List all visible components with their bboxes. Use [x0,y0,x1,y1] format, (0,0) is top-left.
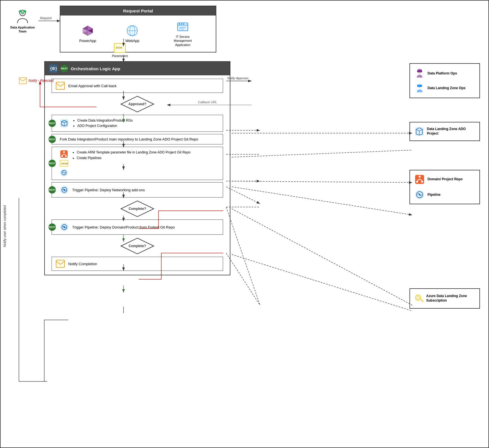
azure-devops-icon-1 [60,119,69,128]
data-landing-zone-ops-item: Data Landing Zone Ops [415,82,475,94]
approved-diamond-container: Approved? [45,96,230,113]
trigger-domain-content: Trigger Pipeline: Deploy Domain/Product … [60,223,219,232]
create-rgs-box: REST Create Data Integration/Product RGs… [52,115,223,132]
bullet-create-rgs-1: Create Data Integration/Product RGs [77,118,133,123]
portal-webapp: WebApp [125,25,140,43]
svg-rect-82 [19,78,27,84]
fork-repo-label: Fork Data Integration/Product main repos… [60,137,198,141]
trigger-networking-box: REST Trigger Pipeline: Deploy Networking… [52,182,223,197]
svg-point-49 [179,23,180,25]
complete-diamond-1-container: Complete? [45,200,230,217]
svg-text:Notify Approver: Notify Approver [227,76,249,80]
orchestration-title: Orchestration Logic App [71,66,120,71]
data-app-team: Data Application Team [8,8,37,34]
svg-point-32 [22,12,23,14]
data-platform-ops-text: Data Platform Ops [428,71,457,75]
data-app-team-label: Data Application Team [8,25,37,34]
right-repo-pipeline-box: Domain/ Project Repo Pipeline [409,170,480,204]
complete-diamond-2: Complete? [120,238,154,254]
create-arm-content: JSON Create ARM Template parameter file … [60,150,219,177]
fork-repo-content: Fork Data Integration/Product main repos… [60,137,219,141]
ado-project-icon [415,126,424,137]
notify-rejected-label: Notify - Rejected [28,79,54,83]
create-arm-box: REST JSON [52,147,223,180]
data-landing-zone-ops-label: Data Landing Zone Ops [428,86,466,90]
bullet-arm-1: Create ARM Template parameter file in La… [77,150,190,155]
request-portal: Request Portal PowerApp [60,6,216,52]
svg-text:Complete?: Complete? [129,244,146,248]
key-yellow-icon [415,293,423,304]
svg-point-64 [61,155,63,157]
right-ado-box: Data Landing Zone ADO Project [409,122,480,141]
complete-diamond-2-shape: Complete? [120,238,154,254]
parameters-box: JSON Parameters [112,43,128,58]
right-subscription-box: Azure Data Landing Zone Subscription [409,288,480,309]
notify-completion-label: Notify Completion [68,262,97,266]
svg-point-46 [127,26,137,36]
webapp-icon [126,25,138,37]
trigger-networking-label: Trigger Pipeline: Deploy Networking add-… [72,188,145,192]
pipeline-label: Pipeline [428,193,440,197]
svg-point-50 [181,23,182,25]
svg-point-94 [421,181,423,183]
subscription-item: Azure Data Landing Zone Subscription [415,293,475,304]
rest-badge-5: REST [49,223,56,231]
svg-text:{⚙}: {⚙} [50,66,57,71]
ado-project-item: Data Landing Zone ADO Project [415,126,475,137]
json-icon-arm: JSON [60,160,68,167]
svg-text:JSON: JSON [115,46,122,49]
email-icon-completion [56,260,65,268]
svg-line-109 [232,254,412,311]
svg-text:Approved?: Approved? [128,102,146,106]
logic-app-icon: {⚙} [49,64,58,73]
trigger-domain-box: REST Trigger Pipeline: Deploy Domain/Pro… [52,219,223,235]
rest-badge-header: REST [61,65,68,72]
svg-point-65 [65,155,67,157]
fork-repo-box: REST Fork Data Integration/Product main … [52,134,223,144]
domain-repo-item: Domain/ Project Repo [415,174,475,185]
notify-user-label: Notify user when completed [3,198,7,254]
svg-text:Complete?: Complete? [129,207,146,211]
svg-rect-58 [56,82,65,89]
rest-badge-4: REST [49,186,56,194]
itsm-label: IT Service Management Application [169,35,197,47]
svg-line-25 [226,207,260,305]
complete-diamond-1: Complete? [120,200,154,217]
right-top-box: Data Platform Ops Data Landing Zone Ops [409,63,480,98]
pipeline-right-icon [415,190,425,200]
powerapp-icon [82,25,94,37]
svg-rect-52 [179,27,186,28]
data-platform-ops-icon [415,68,425,79]
json-params-icon: JSON [114,43,126,53]
bullet-create-rgs-2: ADO Project Configuration [77,123,133,129]
pipeline-icon-arm [60,168,68,177]
pipeline-icon-domain [60,223,69,232]
portal-powerapp: PowerApp [79,25,96,43]
rest-badge-3: REST [49,160,56,167]
svg-point-78 [63,226,65,228]
data-app-team-icon [14,8,31,25]
rest-badge-1: REST [49,120,56,127]
data-platform-ops-label: Data Platform Ops [428,71,457,75]
orchestration-box: {⚙} REST Orchestration Logic App Email A… [44,61,230,275]
powerapp-label: PowerApp [79,39,96,43]
data-landing-zone-ops-icon [415,82,425,94]
ado-project-label: Data Landing Zone ADO Project [427,127,475,136]
approved-diamond-shape: Approved? [120,96,154,113]
svg-line-107 [232,187,412,215]
create-rgs-bullets: Create Data Integration/Product RGs ADO … [72,118,133,129]
rest-badge-2: REST [49,136,56,143]
notify-rejected-email-icon [19,77,27,84]
orchestration-header: {⚙} REST Orchestration Logic App [45,62,230,75]
svg-point-99 [415,295,421,300]
create-arm-icons: JSON [60,150,68,177]
svg-point-98 [419,194,420,196]
parameters-label: Parameters [112,54,128,58]
svg-point-66 [63,151,65,153]
itsm-icon [177,21,189,33]
svg-point-51 [183,23,184,25]
email-approval-label: Email Approval with Call-back [68,84,116,88]
repo-orange-icon [60,150,68,158]
svg-text:Request: Request [40,16,52,20]
trigger-networking-content: Trigger Pipeline: Deploy Networking add-… [60,185,219,194]
